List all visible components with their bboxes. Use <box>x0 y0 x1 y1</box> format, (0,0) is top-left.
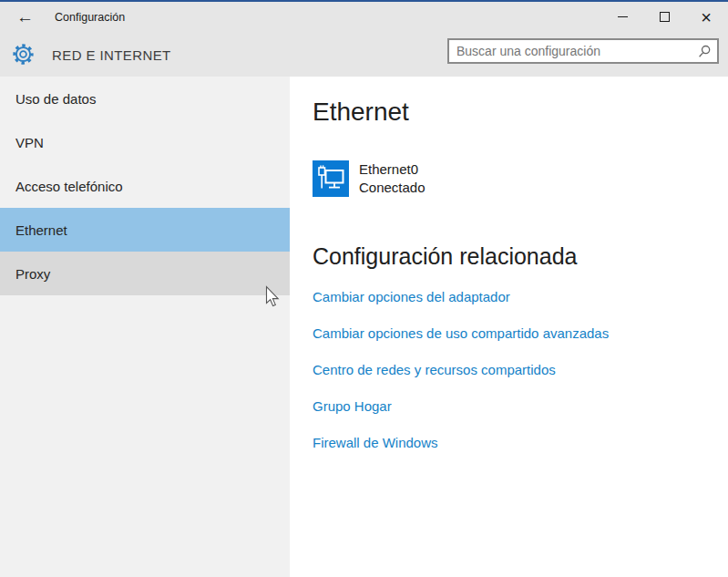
maximize-button[interactable] <box>643 2 685 32</box>
ethernet-icon <box>313 160 349 197</box>
sidebar-item-vpn[interactable]: VPN <box>0 120 290 164</box>
search-input[interactable] <box>449 40 717 62</box>
link-uso-compartido-avanzadas[interactable]: Cambiar opciones de uso compartido avanz… <box>313 326 728 341</box>
settings-window: ← Configuración × RED E INTERNET <box>0 0 728 577</box>
page-title: Ethernet <box>313 97 728 128</box>
minimize-button[interactable] <box>601 2 643 32</box>
maximize-icon <box>660 12 670 22</box>
titlebar: ← Configuración × <box>0 2 728 32</box>
connection-name: Ethernet0 <box>359 160 426 179</box>
link-centro-de-redes[interactable]: Centro de redes y recursos compartidos <box>313 363 728 377</box>
close-icon: × <box>701 8 712 26</box>
link-grupo-hogar[interactable]: Grupo Hogar <box>313 399 728 414</box>
section-title: RED E INTERNET <box>52 46 171 62</box>
sidebar-item-label: VPN <box>15 135 44 150</box>
minimize-icon <box>618 16 628 17</box>
page-body: Uso de datos VPN Acceso telefónico Ether… <box>0 77 728 577</box>
window-title: Configuración <box>55 11 125 24</box>
related-settings-title: Configuración relacionada <box>313 242 728 270</box>
sidebar-item-label: Ethernet <box>15 222 67 238</box>
window-controls: × <box>601 2 727 32</box>
sidebar: Uso de datos VPN Acceso telefónico Ether… <box>0 77 290 577</box>
sidebar-item-acceso-telefonico[interactable]: Acceso telefónico <box>0 164 290 208</box>
sidebar-item-uso-de-datos[interactable]: Uso de datos <box>0 77 290 120</box>
sidebar-item-label: Proxy <box>15 266 50 282</box>
sidebar-item-label: Acceso telefónico <box>15 179 123 194</box>
sidebar-item-proxy[interactable]: Proxy <box>0 252 290 295</box>
connection-info: Ethernet0 Conectado <box>359 160 426 197</box>
search-box <box>447 38 719 64</box>
sidebar-item-label: Uso de datos <box>15 91 96 107</box>
main-content: Ethernet Ethernet0 Conectado Confi <box>290 77 728 577</box>
back-icon: ← <box>16 7 34 27</box>
gear-icon <box>11 42 36 67</box>
section-header: RED E INTERNET <box>0 32 728 77</box>
back-button[interactable]: ← <box>13 2 37 32</box>
link-cambiar-opciones-adaptador[interactable]: Cambiar opciones del adaptador <box>313 290 728 304</box>
search-icon[interactable] <box>698 45 712 58</box>
connection-status: Conectado <box>359 179 426 197</box>
close-button[interactable]: × <box>685 2 727 32</box>
related-settings-links: Cambiar opciones del adaptador Cambiar o… <box>313 290 728 450</box>
link-firewall-de-windows[interactable]: Firewall de Windows <box>313 436 728 450</box>
sidebar-item-ethernet[interactable]: Ethernet <box>0 208 290 252</box>
ethernet-connection-item[interactable]: Ethernet0 Conectado <box>313 160 728 197</box>
